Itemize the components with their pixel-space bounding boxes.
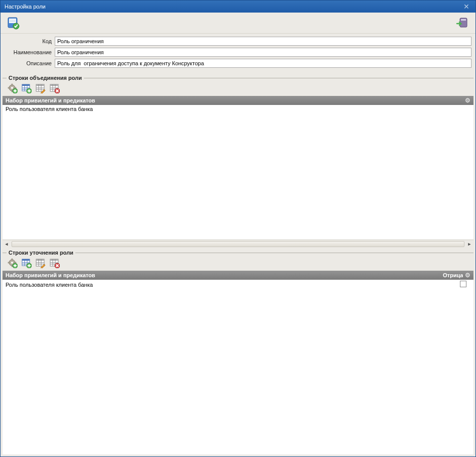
save-ok-icon: [7, 17, 20, 30]
svg-rect-37: [12, 259, 13, 260]
form-row-name: Наименование: [5, 48, 471, 57]
section-refine-toolbar: [3, 257, 473, 271]
publish-button[interactable]: [455, 16, 469, 30]
scroll-track[interactable]: [12, 241, 464, 247]
publish-icon: [456, 17, 469, 30]
titlebar: Настройка роли ✕: [1, 1, 475, 13]
svg-rect-16: [22, 84, 30, 86]
scroll-right-icon[interactable]: ►: [465, 241, 473, 248]
code-label: Код: [5, 38, 55, 44]
svg-rect-29: [50, 84, 58, 86]
window-title: Настройка роли: [5, 4, 46, 10]
main-toolbar: [1, 13, 475, 34]
refine-grid-header: Набор привилегий и предикатов Отрица ⚙: [3, 271, 473, 280]
refine-grid-col-negate: Отрица: [443, 272, 463, 278]
close-icon[interactable]: ✕: [461, 3, 471, 11]
svg-rect-56: [50, 259, 58, 261]
svg-rect-3: [10, 21, 16, 21]
window: Настройка роли ✕ Код: [0, 0, 476, 457]
horizontal-scrollbar[interactable]: ◄ ►: [3, 240, 473, 248]
list-item[interactable]: Роль пользователя клиента банка: [3, 280, 473, 289]
list-item[interactable]: Роль пользователя клиента банка: [3, 105, 473, 113]
list-item-text: Роль пользователя клиента банка: [6, 106, 470, 112]
section-union-title: Строки объединения роли: [9, 75, 82, 81]
union-grid: Набор привилегий и предикатов ⚙ Роль пол…: [3, 96, 473, 248]
refine-grid-body[interactable]: Роль пользователя клиента банка: [3, 280, 473, 454]
gear-add-icon: [8, 258, 18, 268]
gear-icon[interactable]: ⚙: [465, 97, 470, 104]
gear-icon[interactable]: ⚙: [465, 272, 470, 279]
form-area: Код Наименование Описание: [1, 34, 475, 73]
section-union-header: Строки объединения роли: [3, 75, 473, 81]
gear-add-button[interactable]: [7, 83, 19, 94]
svg-rect-12: [8, 87, 10, 88]
table-add-button[interactable]: [21, 83, 33, 94]
svg-rect-50: [36, 259, 44, 261]
union-grid-header: Набор привилегий и предикатов ⚙: [3, 96, 473, 105]
name-input[interactable]: [55, 48, 471, 57]
section-refine-title: Строки уточнения роли: [9, 250, 73, 256]
section-refine: Строки уточнения роли: [3, 248, 473, 454]
union-grid-body[interactable]: Роль пользователя клиента банка: [3, 105, 473, 240]
code-input[interactable]: [55, 37, 471, 46]
table-add-button[interactable]: [21, 258, 33, 269]
table-delete-button[interactable]: [49, 83, 61, 94]
list-item-text: Роль пользователя клиента банка: [6, 282, 455, 288]
negate-checkbox[interactable]: [460, 281, 466, 287]
gear-add-button[interactable]: [7, 258, 19, 269]
table-edit-icon: [36, 258, 46, 268]
table-add-icon: [22, 258, 32, 268]
section-refine-header: Строки уточнения роли: [3, 250, 473, 256]
svg-rect-10: [12, 84, 13, 85]
table-add-icon: [22, 83, 32, 93]
svg-rect-39: [8, 262, 10, 263]
svg-rect-2: [10, 20, 16, 20]
section-union-toolbar: [3, 82, 473, 96]
svg-rect-4: [10, 22, 16, 22]
table-delete-icon: [50, 258, 60, 268]
gear-add-icon: [8, 83, 18, 93]
refine-grid-header-label: Набор привилегий и предикатов: [6, 272, 95, 278]
svg-point-36: [11, 262, 13, 264]
svg-rect-23: [36, 84, 44, 86]
list-item-negate: [455, 281, 470, 288]
svg-rect-7: [461, 19, 466, 21]
table-delete-icon: [50, 83, 60, 93]
desc-label: Описание: [5, 60, 55, 66]
scroll-left-icon[interactable]: ◄: [3, 241, 11, 248]
svg-rect-43: [22, 259, 30, 261]
table-edit-button[interactable]: [35, 83, 47, 94]
main-stack: Строки объединения роли: [1, 73, 475, 456]
save-button[interactable]: [7, 16, 21, 30]
table-edit-icon: [36, 83, 46, 93]
section-union: Строки объединения роли: [3, 73, 473, 248]
form-row-desc: Описание: [5, 59, 471, 68]
svg-point-9: [11, 87, 13, 89]
union-grid-header-label: Набор привилегий и предикатов: [6, 97, 95, 103]
refine-grid: Набор привилегий и предикатов Отрица ⚙ Р…: [3, 271, 473, 454]
table-edit-button[interactable]: [35, 258, 47, 269]
form-row-code: Код: [5, 37, 471, 46]
name-label: Наименование: [5, 49, 55, 55]
desc-input[interactable]: [55, 59, 471, 68]
table-delete-button[interactable]: [49, 258, 61, 269]
